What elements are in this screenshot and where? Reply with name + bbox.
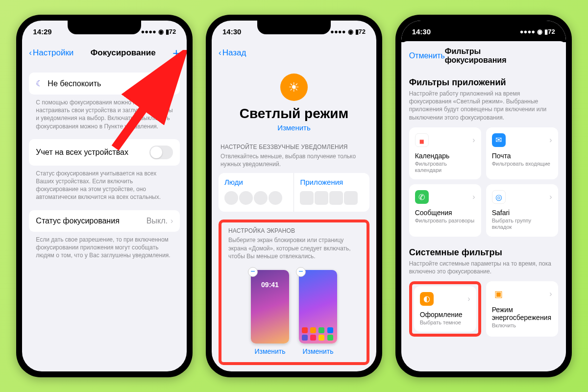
remove-badge-icon[interactable]: − [248, 267, 258, 277]
dnd-label: Не беспокоить [48, 79, 101, 88]
highlighted-screens-section: НАСТРОЙКА ЭКРАНОВ Выберите экран блокиро… [219, 220, 369, 365]
autoenable-header: АВТОВКЛЮЧЕНИЕ [219, 365, 369, 371]
sheet-nav: Отменить Фильтры фокусирования [401, 41, 566, 71]
card-title: Календарь [415, 152, 475, 160]
card-title: Оформление [420, 311, 470, 318]
wifi-icon: ◉ [348, 28, 353, 35]
chevron-right-icon: › [171, 217, 173, 225]
chevron-right-icon: › [549, 193, 552, 201]
apps-tab[interactable]: Приложения [294, 173, 369, 212]
safari-icon: ◎ [492, 190, 506, 204]
chevron-left-icon: ‹ [29, 48, 32, 58]
silent-notif-sub: Отвлекайтесь меньше, выбрав получение то… [219, 152, 369, 173]
status-description: Если дать свое разрешение, то при включе… [29, 232, 180, 269]
mail-filter-card[interactable]: ✉› Почта Фильтровать входящие [486, 127, 558, 179]
silent-notif-header: НАСТРОЙТЕ БЕЗЗВУЧНЫЕ УВЕДОМЛЕНИЯ [219, 144, 369, 152]
screen-3: 14:30 ●●●● ◉ ▮72 Отменить Фильтры фокуси… [401, 21, 566, 371]
content-area[interactable]: ☾ Не беспокоить › С помощью фокусировани… [22, 64, 187, 371]
cell-signal-icon: ●●●● [330, 28, 345, 35]
chevron-right-icon: › [472, 193, 475, 201]
change-focus-link[interactable]: Изменить [219, 123, 369, 132]
chevron-right-icon: › [467, 294, 470, 303]
app-filters-sub: Настройте работу приложений на время фок… [409, 90, 558, 122]
card-sub: Фильтровать разговоры [415, 218, 475, 224]
sheet-body[interactable]: Фильтры приложений Настройте работу прил… [401, 71, 566, 337]
safari-filter-card[interactable]: ◎› Safari Выбрать группу вкладок [486, 184, 558, 236]
add-button[interactable]: + [172, 46, 180, 61]
battery-icon: ▮72 [355, 28, 366, 35]
content-area[interactable]: ☀ Светлый режим Изменить НАСТРОЙТЕ БЕЗЗВ… [212, 64, 376, 371]
chevron-right-icon: › [171, 79, 173, 88]
back-button[interactable]: ‹ Настройки [29, 48, 74, 58]
appearance-icon: ◐ [420, 292, 434, 306]
edit-home-link[interactable]: Изменить [302, 347, 333, 355]
clock: 14:30 [222, 27, 241, 36]
share-across-devices-row: Учет на всех устройствах [29, 139, 180, 166]
sheet-title: Фильтры фокусирования [445, 47, 532, 65]
app-icons [300, 191, 364, 205]
battery-icon: ▣ [492, 287, 506, 301]
app-filters-header: Фильтры приложений [409, 77, 558, 88]
cell-signal-icon: ●●●● [141, 28, 156, 35]
calendar-filter-card[interactable]: ▦› Календарь Фильтровать календари [409, 127, 481, 179]
card-sub: Включить [492, 322, 552, 329]
dnd-row[interactable]: ☾ Не беспокоить › [29, 73, 180, 95]
chevron-right-icon: › [472, 136, 475, 145]
lock-screen-preview[interactable]: − 09:41 Изменить [249, 270, 291, 355]
people-tab[interactable]: Люди [219, 173, 294, 212]
edit-lock-link[interactable]: Изменить [254, 347, 285, 355]
battery-icon: ▮72 [544, 28, 555, 35]
status-icons: ●●●● ◉ ▮72 [141, 28, 176, 35]
phone-frame-3: 14:30 ●●●● ◉ ▮72 Отменить Фильтры фокуси… [395, 15, 572, 377]
remove-badge-icon[interactable]: − [296, 267, 306, 277]
back-label: Назад [222, 48, 246, 58]
calendar-icon: ▦ [415, 133, 429, 147]
cancel-button[interactable]: Отменить [409, 51, 445, 60]
screen-2: 14:30 ●●●● ◉ ▮72 ‹ Назад ☀ Светлый режим… [212, 21, 376, 371]
nav-bar: ‹ Назад [212, 42, 376, 64]
wifi-icon: ◉ [158, 28, 164, 35]
screens-sub: Выберите экран блокировки или страницу э… [226, 236, 362, 265]
card-title: Почта [492, 152, 552, 160]
focus-name: Светлый режим [219, 106, 369, 122]
app-filter-grid: ▦› Календарь Фильтровать календари ✉› По… [409, 127, 558, 237]
card-sub: Фильтровать календари [415, 161, 475, 173]
dnd-description: С помощью фокусирования можно гибко наст… [29, 95, 180, 139]
clock: 14:30 [412, 27, 431, 36]
home-screen-preview[interactable]: − Изменить [297, 270, 339, 355]
moon-icon: ☾ [36, 79, 43, 88]
system-filter-grid: ◐› Оформление Выбрать темное ▣› Режим эн… [409, 281, 558, 337]
back-label: Настройки [33, 48, 74, 58]
notch [257, 21, 331, 34]
screen-1: 14:29 ●●●● ◉ ▮72 ‹ Настройки Фокусирован… [22, 21, 187, 371]
system-filters-sub: Настройте системные параметры на то врем… [409, 260, 558, 275]
apps-label: Приложения [300, 178, 364, 186]
phone-frame-2: 14:30 ●●●● ◉ ▮72 ‹ Назад ☀ Светлый режим… [206, 15, 382, 377]
notch [68, 21, 141, 34]
screen-previews: − 09:41 Изменить − Изме [226, 270, 362, 355]
appearance-filter-card[interactable]: ◐› Оформление Выбрать темное [414, 286, 476, 332]
system-filters-header: Системные фильтры [409, 247, 558, 258]
cell-signal-icon: ●●●● [520, 28, 535, 35]
status-value: Выкл. [147, 217, 168, 225]
focus-status-row[interactable]: Статус фокусирования Выкл. › [29, 210, 180, 232]
notif-config-box: Люди Приложения [219, 173, 369, 212]
status-label: Статус фокусирования [36, 217, 119, 225]
phone-frame-1: 14:29 ●●●● ◉ ▮72 ‹ Настройки Фокусирован… [16, 15, 193, 377]
people-avatars [224, 191, 288, 205]
messages-filter-card[interactable]: ✆› Сообщения Фильтровать разговоры [409, 184, 481, 236]
share-toggle[interactable] [149, 146, 173, 159]
card-sub: Фильтровать входящие [492, 161, 552, 167]
messages-icon: ✆ [415, 190, 429, 204]
status-icons: ●●●● ◉ ▮72 [520, 28, 555, 35]
card-sub: Выбрать темное [420, 319, 470, 326]
chevron-left-icon: ‹ [219, 48, 221, 58]
clock: 14:29 [33, 27, 51, 36]
nav-bar: ‹ Настройки Фокусирование + [22, 42, 187, 64]
share-description: Статус фокусирования учитывается на всех… [29, 166, 180, 210]
page-title: Фокусирование [91, 48, 156, 58]
back-button[interactable]: ‹ Назад [219, 48, 246, 58]
home-app-grid [302, 327, 334, 341]
card-title: Safari [492, 209, 552, 217]
power-filter-card[interactable]: ▣› Режим энергосбережения Включить [486, 281, 558, 337]
